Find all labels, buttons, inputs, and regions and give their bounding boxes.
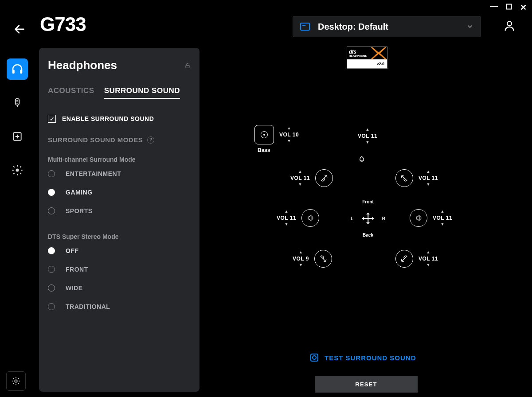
dts-text: dts (349, 49, 367, 54)
radio-icon (48, 284, 55, 292)
rear-right-volume[interactable]: ▲VOL 11▼ (419, 250, 438, 267)
front-left-vol-value: VOL 11 (290, 175, 310, 181)
dts-option-label: FRONT (66, 266, 88, 273)
dts-headphone-x-badge: dts HEADPHONE v2.0 (347, 47, 387, 69)
dts-option-off[interactable]: OFF (48, 247, 191, 254)
test-surround-button[interactable]: TEST SURROUND SOUND (310, 354, 416, 362)
front-left-volume[interactable]: ▲VOL 11▼ (290, 170, 310, 187)
center-volume[interactable]: ▲ VOL 11 ▼ (358, 128, 377, 144)
modes-header: SURROUND SOUND MODES (48, 136, 143, 144)
side-right-speaker[interactable] (410, 209, 427, 227)
front-right-vol-value: VOL 11 (419, 175, 438, 181)
surround-test-icon (310, 354, 318, 362)
side-left-vol-value: VOL 11 (277, 215, 296, 221)
panel-title: Headphones (48, 58, 117, 72)
dts-version: v2.0 (347, 59, 387, 68)
rear-left-vol-value: VOL 9 (293, 256, 309, 262)
tab-surround-sound[interactable]: SURROUND SOUND (104, 86, 180, 99)
desktop-icon (300, 23, 310, 31)
multi-channel-header: Multi-channel Surround Mode (48, 156, 191, 163)
radio-icon (48, 170, 55, 177)
compass-back: Back (363, 233, 373, 237)
back-button[interactable] (13, 23, 24, 34)
reset-button[interactable]: RESET (315, 376, 418, 393)
multi-option-label: GAMING (66, 189, 93, 196)
minimize-button[interactable]: — (490, 2, 498, 10)
svg-point-1 (507, 21, 512, 26)
close-button[interactable]: ✕ (520, 4, 527, 12)
rail-lighting[interactable] (7, 160, 28, 181)
rear-left-speaker[interactable] (314, 250, 332, 268)
compass-front: Front (362, 199, 374, 204)
bass-label: Bass (258, 147, 270, 153)
bass-volume[interactable]: ▲ VOL 10 ▼ (279, 126, 299, 143)
multi-option-label: ENTERTAINMENT (66, 170, 121, 177)
radio-icon (48, 303, 55, 310)
svg-line-17 (20, 173, 21, 174)
svg-rect-2 (12, 70, 15, 74)
svg-line-16 (13, 166, 14, 167)
side-left-speaker[interactable] (301, 209, 319, 227)
dts-option-wide[interactable]: WIDE (48, 284, 191, 292)
rear-right-speaker[interactable] (395, 250, 413, 268)
maximize-button[interactable] (506, 4, 512, 12)
svg-rect-0 (507, 4, 512, 9)
compass-right: R (382, 216, 385, 221)
dts-option-label: WIDE (66, 284, 83, 292)
svg-point-20 (15, 380, 17, 382)
center-speaker[interactable] (357, 155, 366, 164)
bass-vol-value: VOL 10 (279, 132, 299, 138)
rear-left-volume[interactable]: ▲VOL 9▼ (293, 250, 309, 267)
compass-left: L (351, 216, 353, 221)
test-surround-label: TEST SURROUND SOUND (325, 354, 416, 362)
settings-button[interactable] (6, 371, 26, 391)
lock-icon[interactable] (184, 62, 191, 69)
radio-icon (48, 189, 55, 196)
radio-icon (48, 266, 55, 273)
rail-headphones[interactable] (7, 58, 28, 80)
rail-microphone[interactable] (7, 92, 28, 113)
surround-stage: ▲ VOL 10 ▼ Bass ▲ VOL 11 ▼ ▲VOL 11▼ ▲VO (239, 120, 479, 315)
bass-speaker[interactable] (254, 125, 274, 144)
chevron-down-icon (466, 23, 473, 30)
user-icon[interactable] (503, 19, 516, 32)
arrow-up-icon: ▲ (287, 126, 291, 130)
rail-assignments[interactable] (7, 126, 28, 147)
multi-option-gaming[interactable]: GAMING (48, 189, 191, 196)
multi-option-sports[interactable]: SPORTS (48, 207, 191, 214)
side-left-volume[interactable]: ▲VOL 11▼ (277, 210, 296, 226)
front-right-volume[interactable]: ▲VOL 11▼ (419, 170, 438, 187)
front-right-speaker[interactable] (395, 169, 413, 187)
side-right-vol-value: VOL 11 (433, 215, 452, 221)
center-vol-value: VOL 11 (358, 133, 377, 139)
dts-option-label: OFF (66, 247, 79, 254)
tab-acoustics[interactable]: ACOUSTICS (48, 86, 94, 99)
multi-option-label: SPORTS (66, 207, 93, 214)
device-title: G733 (40, 13, 86, 35)
dts-stereo-header: DTS Super Stereo Mode (48, 233, 191, 240)
profile-label: Desktop: Default (318, 22, 388, 32)
arrow-down-icon: ▼ (287, 139, 291, 143)
orientation-compass: Front Back L R (352, 203, 383, 234)
help-icon[interactable]: ? (147, 136, 154, 144)
reset-label: RESET (355, 381, 377, 388)
profile-selector[interactable]: Desktop: Default (293, 16, 481, 37)
arrow-up-icon: ▲ (366, 128, 370, 132)
front-left-speaker[interactable] (315, 169, 333, 187)
svg-line-19 (20, 166, 21, 167)
arrow-down-icon: ▼ (366, 140, 370, 144)
svg-line-18 (13, 173, 14, 174)
rear-right-vol-value: VOL 11 (419, 256, 438, 262)
dts-option-traditional[interactable]: TRADITIONAL (48, 303, 191, 310)
enable-surround-label: ENABLE SURROUND SOUND (62, 115, 154, 122)
multi-option-entertainment[interactable]: ENTERTAINMENT (48, 170, 191, 177)
enable-surround-checkbox[interactable] (48, 115, 56, 123)
radio-icon (48, 247, 55, 254)
svg-rect-21 (186, 65, 189, 68)
dts-option-front[interactable]: FRONT (48, 266, 191, 273)
svg-rect-3 (20, 70, 22, 74)
headphones-panel: Headphones ACOUSTICS SURROUND SOUND ENAB… (39, 48, 200, 392)
dts-option-label: TRADITIONAL (66, 303, 110, 310)
svg-point-11 (16, 169, 19, 172)
side-right-volume[interactable]: ▲VOL 11▼ (433, 210, 452, 226)
